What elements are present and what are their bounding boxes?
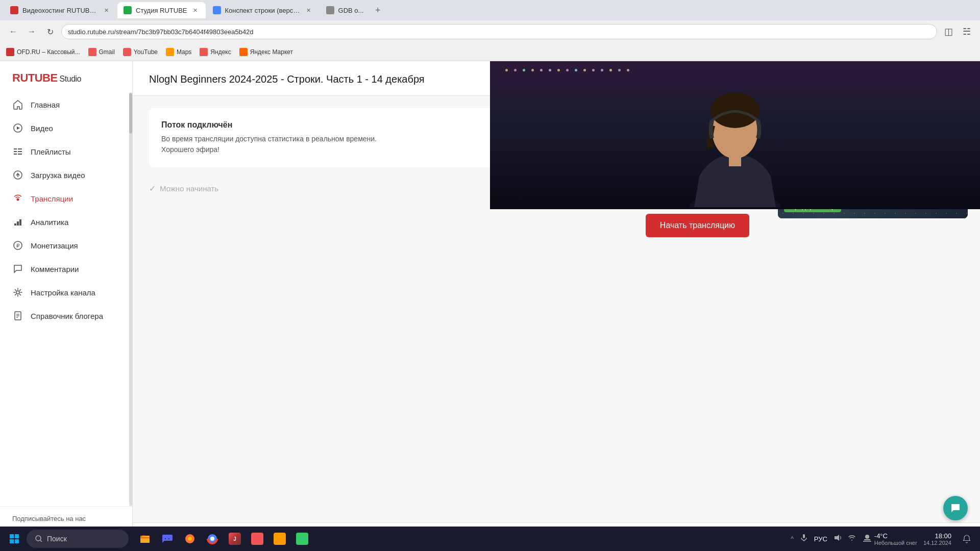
taskbar-app-firefox[interactable] (180, 529, 200, 549)
svg-rect-25 (10, 534, 14, 538)
taskbar-search[interactable]: Поиск (27, 530, 129, 548)
svg-rect-26 (15, 534, 19, 538)
system-tray-expand[interactable]: ^ (791, 535, 794, 542)
webcam-video (490, 61, 980, 209)
sidebar: RUTUBE Studio Главная (0, 61, 133, 551)
bookmark-gmail[interactable]: Gmail (88, 48, 115, 56)
taskbar-app-6[interactable] (270, 529, 290, 549)
forward-button[interactable]: → (24, 24, 39, 39)
new-tab-button[interactable]: + (371, 3, 385, 17)
svg-point-29 (36, 536, 41, 541)
bookmark-favicon-ofd (6, 48, 14, 56)
svg-rect-11 (14, 223, 16, 226)
bookmark-favicon-market (239, 48, 248, 56)
address-bar-row: ← → ↻ studio.rutube.ru/stream/7bc3b97bb0… (0, 20, 980, 43)
bookmark-label-market: Яндекс Маркет (250, 48, 293, 56)
sidebar-item-main[interactable]: Главная (0, 93, 128, 116)
bookmark-favicon-maps (166, 48, 174, 56)
tab-konspekt[interactable]: Конспект строки (версия пре... ✕ (207, 2, 319, 18)
sidebar-item-analytics[interactable]: Аналитика (0, 210, 128, 234)
tab-label-konspekt: Конспект строки (версия пре... (225, 7, 301, 14)
taskbar-app-explorer[interactable] (135, 529, 155, 549)
extensions-button[interactable]: ◫ (941, 24, 955, 39)
taskbar-app-5[interactable] (247, 529, 267, 549)
weather-widget[interactable]: -4°C Небольшой снег (862, 532, 917, 546)
bookmark-label-gmail: Gmail (99, 48, 115, 56)
bookmark-label-yandex: Яндекс (210, 48, 231, 56)
chat-bubble-button[interactable] (943, 496, 968, 520)
tab-bar: Видеохостинг RUTUBE. Смотр... ✕ Студия R… (0, 0, 980, 20)
svg-text:₽: ₽ (16, 243, 20, 248)
network-icon[interactable] (848, 534, 856, 544)
svg-rect-37 (803, 534, 805, 538)
taskbar-app-7[interactable] (292, 529, 312, 549)
sidebar-item-upload[interactable]: Загрузка видео (0, 163, 128, 187)
address-bar[interactable]: studio.rutube.ru/stream/7bc3b97bb03c7b64… (61, 24, 937, 39)
sidebar-item-streams[interactable]: Трансляции (0, 187, 128, 210)
home-icon (12, 99, 23, 110)
svg-rect-13 (19, 219, 21, 226)
taskbar: Поиск J (0, 527, 980, 551)
tab-close-konspekt[interactable]: ✕ (305, 6, 313, 14)
bookmark-ofd[interactable]: OFD.RU – Кассовый... (6, 48, 80, 56)
bookmark-market[interactable]: Яндекс Маркет (239, 48, 293, 56)
notification-bell[interactable] (958, 530, 976, 548)
reload-button[interactable]: ↻ (43, 24, 57, 39)
tab-label-rutube: Видеохостинг RUTUBE. Смотр... (22, 7, 98, 14)
volume-icon[interactable] (834, 534, 842, 544)
svg-rect-5 (18, 148, 22, 149)
svg-point-40 (865, 535, 869, 539)
mic-icon[interactable] (800, 534, 808, 544)
sidebar-label-upload: Загрузка видео (31, 171, 85, 180)
svg-rect-2 (14, 148, 17, 149)
broadcast-icon (12, 193, 23, 204)
tab-favicon-gdb (326, 6, 334, 14)
sidebar-item-video[interactable]: Видео (0, 116, 128, 140)
svg-point-10 (17, 198, 19, 201)
tab-label-gdb: GDB o... (338, 7, 364, 14)
bookmark-yandex[interactable]: Яндекс (200, 48, 231, 56)
sidebar-item-blog-guide[interactable]: Справочник блогера (0, 304, 128, 328)
svg-rect-31 (140, 536, 150, 543)
sidebar-label-analytics: Аналитика (31, 218, 68, 227)
book-icon (12, 310, 23, 321)
tab-favicon-rutube (10, 6, 18, 14)
keyboard-language[interactable]: РУС (814, 535, 827, 543)
taskbar-app-jetbrains[interactable]: J (225, 529, 245, 549)
svg-marker-39 (835, 535, 839, 541)
sidebar-label-playlists: Плейлисты (31, 147, 71, 156)
svg-point-36 (210, 537, 214, 541)
start-menu-button[interactable] (4, 529, 24, 549)
tab-rutube[interactable]: Видеохостинг RUTUBE. Смотр... ✕ (4, 2, 116, 18)
sidebar-label-video: Видео (31, 124, 53, 133)
sidebar-item-playlists[interactable]: Плейлисты (0, 140, 128, 163)
clock-date: 14.12.2024 (923, 540, 951, 546)
bookmark-label-youtube: YouTube (134, 48, 158, 56)
taskbar-apps: J (135, 529, 312, 549)
profile-button[interactable]: ☵ (960, 24, 974, 39)
bookmark-favicon-youtube (123, 48, 131, 56)
bookmark-youtube[interactable]: YouTube (123, 48, 158, 56)
tab-close-rutube[interactable]: ✕ (102, 6, 110, 14)
tab-gdb[interactable]: GDB o... (320, 2, 370, 18)
follow-label: Подписывайтесь на нас (12, 515, 120, 522)
tab-studio[interactable]: Студия RUTUBE ✕ (117, 2, 206, 18)
taskbar-app-discord[interactable] (157, 529, 178, 549)
tab-close-studio[interactable]: ✕ (191, 6, 200, 14)
taskbar-clock[interactable]: 18:00 14.12.2024 (923, 532, 951, 546)
tab-favicon-konspekt (213, 6, 221, 14)
svg-rect-7 (18, 154, 22, 155)
weather-desc: Небольшой снег (874, 540, 917, 546)
svg-point-33 (188, 537, 192, 541)
svg-rect-27 (10, 539, 14, 543)
bookmark-maps[interactable]: Maps (166, 48, 191, 56)
back-button[interactable]: ← (6, 24, 20, 39)
svg-rect-24 (729, 156, 741, 166)
start-stream-button[interactable]: Начать трансляцию (646, 214, 749, 237)
sidebar-item-monetization[interactable]: ₽ Монетизация (0, 234, 128, 257)
sidebar-logo: RUTUBE Studio (0, 61, 132, 93)
sidebar-item-channel-settings[interactable]: Настройка канала (0, 281, 128, 304)
sidebar-item-comments[interactable]: Комментарии (0, 257, 128, 281)
taskbar-app-chrome[interactable] (202, 529, 223, 549)
svg-rect-6 (18, 151, 22, 152)
